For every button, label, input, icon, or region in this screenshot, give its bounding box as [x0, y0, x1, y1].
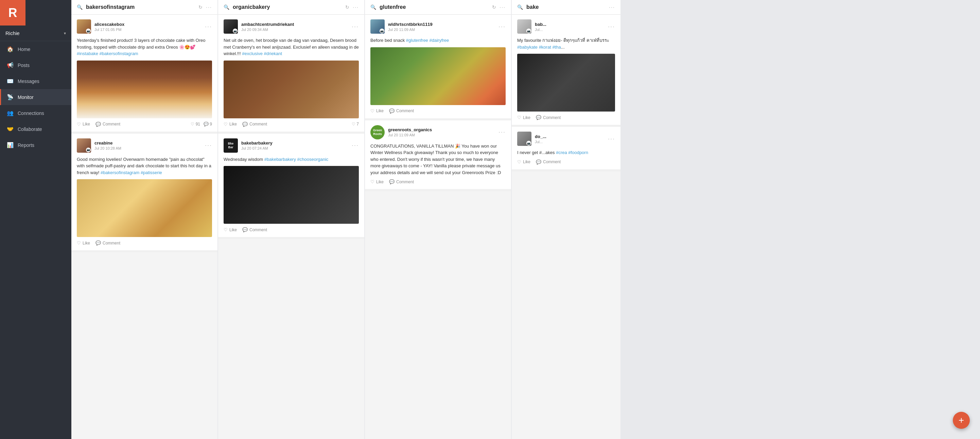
comment-button[interactable]: 💬 Comment: [536, 160, 561, 164]
hashtag-link[interactable]: #dairyfree: [429, 38, 449, 43]
hashtag-link[interactable]: #bakebarbakery: [264, 157, 296, 162]
post-more-icon[interactable]: ···: [205, 142, 212, 149]
sidebar-item-label: Posts: [18, 62, 30, 68]
more-icon[interactable]: ···: [353, 5, 359, 10]
post-meta: greenroots_organics Jul 20 11:09 AM: [388, 127, 495, 137]
comment-button[interactable]: 💬 Comment: [95, 122, 120, 127]
refresh-icon[interactable]: ↻: [345, 5, 349, 10]
comment-button[interactable]: 💬 Comment: [389, 109, 414, 113]
like-icon: ♡: [371, 109, 374, 113]
hashtag-link[interactable]: #exclusive: [242, 51, 262, 56]
hashtag-link[interactable]: #foodporn: [568, 150, 588, 155]
instagram-badge: 📷: [527, 29, 531, 34]
post-username: alicescakebox: [94, 22, 202, 27]
like-button[interactable]: ♡ Like: [371, 109, 383, 113]
like-button[interactable]: ♡ Like: [517, 115, 530, 120]
post-more-icon[interactable]: ···: [352, 142, 359, 149]
refresh-icon[interactable]: ↻: [492, 5, 496, 10]
post-image: [77, 179, 212, 237]
post-footer: ♡ Like 💬 Comment: [517, 160, 615, 164]
post-image: [224, 61, 359, 118]
post-header: 📷 wldhrtscntbbrkn1119 Jul 20 11:09 AM ··…: [371, 19, 506, 34]
sidebar-logo: R: [0, 0, 25, 26]
instagram-badge: 📷: [86, 29, 91, 34]
avatar: GreenRoots: [371, 125, 385, 139]
sidebar-item-monitor[interactable]: 📡Monitor: [0, 89, 72, 105]
post-footer: ♡ Like 💬 Comment: [77, 240, 212, 246]
sidebar-nav: 🏠Home📢Posts✉️Messages📡Monitor👥Connection…: [0, 41, 72, 153]
post-more-icon[interactable]: ···: [498, 23, 506, 30]
column-header: 🔍 bake ···: [512, 0, 620, 14]
sidebar-item-posts[interactable]: 📢Posts: [0, 57, 72, 73]
sidebar-user[interactable]: Richie ▾: [0, 26, 72, 41]
hashtag-link[interactable]: #bakersofinstagram: [100, 51, 138, 56]
comment-button[interactable]: 💬 Comment: [536, 115, 561, 120]
post-counts: ♡ 91💬 9: [191, 122, 212, 126]
main-content: 🔍 bakersofinstagram ↻ ··· 📷 alicescakebo…: [72, 0, 980, 439]
column-search-icon: 🔍: [224, 5, 229, 10]
sidebar-item-reports[interactable]: 📊Reports: [0, 137, 72, 153]
like-button[interactable]: ♡ Like: [371, 179, 383, 184]
hashtag-link[interactable]: #crea: [556, 150, 567, 155]
more-icon[interactable]: ···: [609, 5, 615, 10]
comment-button[interactable]: 💬 Comment: [95, 240, 120, 246]
post-image: [77, 61, 212, 118]
fab-button[interactable]: +: [953, 412, 970, 429]
like-button[interactable]: ♡ Like: [224, 122, 237, 127]
hashtag-link[interactable]: #korat: [539, 45, 551, 49]
comment-button[interactable]: 💬 Comment: [242, 227, 267, 232]
instagram-badge: 📷: [86, 148, 91, 152]
column-title: organicbakery: [233, 4, 342, 10]
post-time: Jul...: [535, 140, 605, 144]
post-text: I never get #...akes #crea #foodporn: [517, 149, 615, 156]
messages-icon: ✉️: [7, 78, 14, 84]
like-button[interactable]: ♡ Like: [77, 240, 90, 246]
sidebar-item-messages[interactable]: ✉️Messages: [0, 73, 72, 89]
comment-button[interactable]: 💬 Comment: [242, 122, 267, 127]
post-username: ambachtcentrumdriekant: [241, 22, 348, 27]
post-more-icon[interactable]: ···: [608, 135, 615, 142]
hashtag-link[interactable]: #tha: [552, 45, 561, 49]
hashtag-link[interactable]: #babykate: [517, 45, 538, 49]
post-more-icon[interactable]: ···: [498, 129, 506, 136]
post-image: [517, 54, 615, 112]
sidebar-item-connections[interactable]: 👥Connections: [0, 105, 72, 121]
post-more-icon[interactable]: ···: [205, 23, 212, 30]
post-text: Yesterday's finished product! 3 layers o…: [77, 37, 212, 57]
post-card: BkeBar bakebarbakery Jul 20 07:24 AM ···…: [218, 134, 364, 239]
like-label: Like: [83, 241, 90, 246]
post-more-icon[interactable]: ···: [608, 23, 615, 30]
refresh-icon[interactable]: ↻: [199, 5, 202, 10]
hashtag-link[interactable]: #patisserie: [141, 170, 162, 175]
post-text: Good morning lovelies! Ovenwarm homemade…: [77, 156, 212, 176]
hashtag-link[interactable]: #instabake: [77, 51, 98, 56]
more-icon[interactable]: ···: [206, 5, 212, 10]
sidebar-item-collaborate[interactable]: 🤝Collaborate: [0, 121, 72, 137]
post-text: Net uit de oven, het broodje van de dag …: [224, 37, 359, 57]
like-label: Like: [229, 122, 237, 126]
post-header: GreenRoots greenroots_organics Jul 20 11…: [371, 125, 506, 139]
post-time: Jul 17 01:05 PM: [94, 27, 202, 32]
column-body: 📷 wldhrtscntbbrkn1119 Jul 20 11:09 AM ··…: [365, 14, 511, 439]
post-time: Jul 20 10:28 AM: [94, 146, 202, 150]
comment-button[interactable]: 💬 Comment: [389, 179, 414, 184]
like-button[interactable]: ♡ Like: [517, 160, 530, 164]
post-footer: ♡ Like 💬 Comment ♡ 91💬 9: [77, 122, 212, 127]
hashtag-link[interactable]: #bakersofinstagram: [100, 170, 139, 175]
like-label: Like: [376, 180, 383, 184]
post-text: My favourite กาแฟงอย- ดีทุกๆแก้วที่ คาเฟ…: [517, 37, 615, 50]
post-header: BkeBar bakebarbakery Jul 20 07:24 AM ···: [224, 138, 359, 153]
post-text: Before bed snack #glutenfree #dairyfree: [371, 37, 506, 44]
more-icon[interactable]: ···: [500, 5, 506, 10]
post-card: 📷 creabine Jul 20 10:28 AM ··· Good morn…: [72, 134, 218, 253]
comment-icon: 💬: [389, 109, 395, 113]
like-button[interactable]: ♡ Like: [77, 122, 90, 127]
hashtag-link[interactable]: #chooseorganic: [298, 157, 329, 162]
hashtag-link[interactable]: #glutenfree: [406, 38, 428, 43]
like-button[interactable]: ♡ Like: [224, 227, 237, 232]
post-more-icon[interactable]: ···: [352, 23, 359, 30]
hashtag-link[interactable]: #driekant: [264, 51, 282, 56]
column-header: 🔍 glutenfree ↻ ···: [365, 0, 511, 14]
post-text: Wednesday wisdom #bakebarbakery #chooseo…: [224, 156, 359, 163]
sidebar-item-home[interactable]: 🏠Home: [0, 41, 72, 57]
